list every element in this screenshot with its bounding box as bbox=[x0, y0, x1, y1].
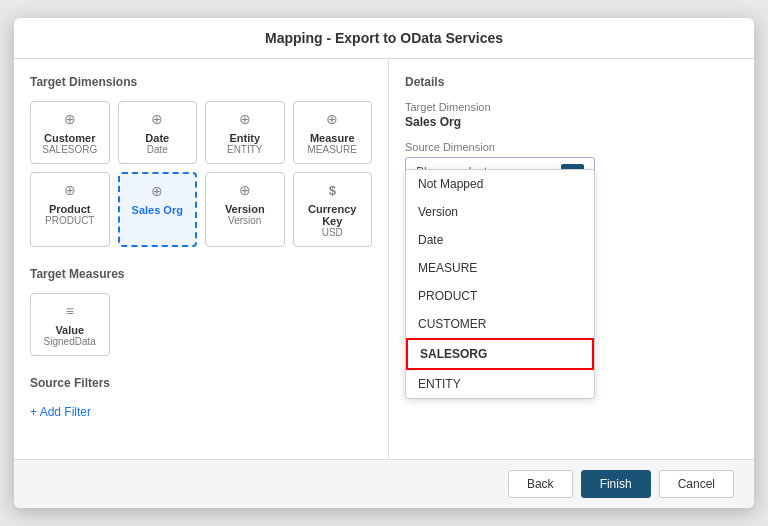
dim-sub: ENTITY bbox=[212, 144, 278, 155]
crosshair-icon bbox=[37, 110, 103, 128]
target-measures-grid: Value SignedData bbox=[30, 293, 372, 356]
dropdown-list: Not Mapped Version Date MEASURE PRODUCT … bbox=[405, 169, 595, 399]
target-measures-label: Target Measures bbox=[30, 267, 372, 281]
dim-card-customer[interactable]: Customer SALESORG bbox=[30, 101, 110, 164]
dim-card-version[interactable]: Version Version bbox=[205, 172, 285, 247]
modal-title: Mapping - Export to OData Services bbox=[14, 18, 754, 59]
crosshair-icon bbox=[212, 110, 278, 128]
dim-sub: Date bbox=[125, 144, 191, 155]
crosshair-icon bbox=[126, 182, 190, 200]
target-dimensions-label: Target Dimensions bbox=[30, 75, 372, 89]
dim-name: Value bbox=[37, 324, 103, 336]
modal-footer: Back Finish Cancel bbox=[14, 459, 754, 508]
drop-item-not-mapped[interactable]: Not Mapped bbox=[406, 170, 594, 198]
dim-name: Currency Key bbox=[300, 203, 366, 227]
dim-card-product[interactable]: Product PRODUCT bbox=[30, 172, 110, 247]
drop-item-product[interactable]: PRODUCT bbox=[406, 282, 594, 310]
drop-item-customer[interactable]: CUSTOMER bbox=[406, 310, 594, 338]
details-label: Details bbox=[405, 75, 738, 89]
drop-item-version[interactable]: Version bbox=[406, 198, 594, 226]
source-filters-label: Source Filters bbox=[30, 376, 372, 390]
dim-name: Version bbox=[212, 203, 278, 215]
dim-card-salesorg[interactable]: Sales Org bbox=[118, 172, 198, 247]
dim-sub: PRODUCT bbox=[37, 215, 103, 226]
measure-card-value[interactable]: Value SignedData bbox=[30, 293, 110, 356]
dim-sub: SignedData bbox=[37, 336, 103, 347]
drop-item-date[interactable]: Date bbox=[406, 226, 594, 254]
dim-sub: Version bbox=[212, 215, 278, 226]
dim-name: Date bbox=[125, 132, 191, 144]
dim-name: Measure bbox=[300, 132, 366, 144]
dim-card-measure[interactable]: Measure MEASURE bbox=[293, 101, 373, 164]
table-icon bbox=[37, 302, 103, 320]
dim-name: Entity bbox=[212, 132, 278, 144]
dim-card-entity[interactable]: Entity ENTITY bbox=[205, 101, 285, 164]
crosshair-icon bbox=[300, 110, 366, 128]
crosshair-icon bbox=[125, 110, 191, 128]
crosshair-icon bbox=[37, 181, 103, 199]
drop-item-entity[interactable]: ENTITY bbox=[406, 370, 594, 398]
dollar-icon bbox=[300, 181, 366, 199]
dim-card-date[interactable]: Date Date bbox=[118, 101, 198, 164]
target-dimensions-grid: Customer SALESORG Date Date Entity ENTIT… bbox=[30, 101, 372, 247]
cancel-button[interactable]: Cancel bbox=[659, 470, 734, 498]
dim-name: Customer bbox=[37, 132, 103, 144]
drop-item-salesorg[interactable]: SALESORG bbox=[406, 338, 594, 370]
dim-sub: MEASURE bbox=[300, 144, 366, 155]
dim-name: Sales Org bbox=[126, 204, 190, 216]
drop-item-measure[interactable]: MEASURE bbox=[406, 254, 594, 282]
source-filters-section: Source Filters + Add Filter bbox=[30, 376, 372, 420]
mapping-modal: Mapping - Export to OData Services Targe… bbox=[14, 18, 754, 508]
dim-name: Product bbox=[37, 203, 103, 215]
right-panel: Details Target Dimension Sales Org Sourc… bbox=[389, 59, 754, 459]
modal-body: Target Dimensions Customer SALESORG Date… bbox=[14, 59, 754, 459]
dim-sub: SALESORG bbox=[37, 144, 103, 155]
target-dim-value: Sales Org bbox=[405, 115, 738, 129]
crosshair-icon bbox=[212, 181, 278, 199]
back-button[interactable]: Back bbox=[508, 470, 573, 498]
add-filter-button[interactable]: + Add Filter bbox=[30, 405, 91, 419]
dim-card-currencykey[interactable]: Currency Key USD bbox=[293, 172, 373, 247]
left-panel: Target Dimensions Customer SALESORG Date… bbox=[14, 59, 389, 459]
target-dim-label: Target Dimension bbox=[405, 101, 738, 113]
finish-button[interactable]: Finish bbox=[581, 470, 651, 498]
modal-title-text: Mapping - Export to OData Services bbox=[265, 30, 503, 46]
dim-sub: USD bbox=[300, 227, 366, 238]
source-dim-label: Source Dimension bbox=[405, 141, 738, 153]
